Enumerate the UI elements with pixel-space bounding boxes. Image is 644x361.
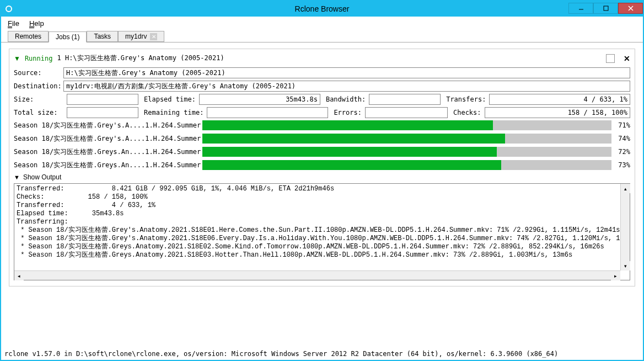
maximize-button[interactable]	[593, 3, 618, 14]
collapse-toggle[interactable]: ▼	[14, 55, 20, 62]
progress-bar	[202, 147, 611, 157]
output-area: Transferred: 8.421 GiB / 992.095 GiB, 1%…	[14, 183, 630, 280]
transfer-row: Season 18/实习医生格蕾.Greys.An....1.H.264.Sum…	[14, 147, 630, 157]
transfer-filename: Season 18/实习医生格蕾.Grey's.A....1.H.264.Sum…	[14, 121, 202, 130]
tab-my1drv[interactable]: my1drv ✕	[118, 31, 164, 42]
progress-bar	[202, 134, 611, 144]
tab-jobs[interactable]: Jobs (1)	[49, 31, 87, 43]
progress-percent: 73%	[615, 161, 630, 169]
transfer-filename: Season 18/实习医生格蕾.Greys.An....1.H.264.Sum…	[14, 147, 202, 157]
bandwidth-label: Bandwidth:	[326, 95, 366, 103]
totalsize-value[interactable]	[67, 107, 138, 118]
transfer-filename: Season 18/实习医生格蕾.Greys.An....1.H.264.Sum…	[14, 161, 202, 170]
transfers-value[interactable]	[489, 94, 630, 105]
job-panel: ▼ Running 1 H:\实习医生格蕾.Grey's Anatomy (20…	[9, 49, 635, 286]
tab-my1drv-label: my1drv	[125, 33, 147, 40]
transfer-row: Season 18/实习医生格蕾.Grey's.A....1.H.264.Sum…	[14, 134, 630, 144]
transfer-row: Season 18/实习医生格蕾.Grey's.A....1.H.264.Sum…	[14, 120, 630, 130]
output-text[interactable]: Transferred: 8.421 GiB / 992.095 GiB, 1%…	[14, 184, 620, 270]
checks-label: Checks:	[453, 109, 481, 116]
close-button[interactable]	[618, 3, 643, 14]
horizontal-scrollbar[interactable]: ◂ ▸	[14, 270, 620, 280]
progress-percent: 74%	[615, 135, 630, 142]
size-label: Size:	[14, 95, 63, 103]
progress-percent: 72%	[615, 148, 630, 156]
scroll-up-icon[interactable]: ▴	[621, 184, 630, 193]
progress-bar	[202, 120, 611, 130]
output-toggle[interactable]: ▼	[14, 174, 20, 180]
destination-label: Destination:	[14, 82, 63, 90]
destination-input[interactable]	[63, 81, 630, 92]
window-title: Rclone Browser	[295, 4, 350, 13]
elapsed-label: Elapsed time:	[144, 95, 196, 103]
svg-rect-2	[604, 6, 608, 10]
show-output-label: Show Output	[23, 173, 61, 181]
errors-value[interactable]	[365, 107, 448, 118]
job-title: 1 H:\实习医生格蕾.Grey's Anatomy (2005-2021)	[57, 54, 224, 63]
bandwidth-value[interactable]	[369, 94, 441, 105]
menu-help[interactable]: Help	[29, 19, 44, 28]
checks-value[interactable]	[485, 107, 630, 118]
vertical-scrollbar[interactable]: ▴ ▾	[620, 184, 630, 270]
remaining-value[interactable]	[207, 107, 328, 118]
size-value[interactable]	[67, 94, 138, 105]
scroll-right-icon[interactable]: ▸	[611, 271, 620, 280]
running-label: Running	[25, 55, 53, 62]
minimize-button[interactable]	[568, 3, 593, 14]
tab-remotes[interactable]: Remotes	[8, 31, 49, 42]
transfer-filename: Season 18/实习医生格蕾.Grey's.A....1.H.264.Sum…	[14, 134, 202, 144]
progress-bar	[202, 160, 611, 170]
progress-percent: 71%	[615, 121, 630, 129]
tab-close-icon[interactable]: ✕	[150, 33, 157, 40]
transfers-label: Transfers:	[446, 95, 486, 103]
document-icon[interactable]	[606, 54, 615, 63]
tab-tasks[interactable]: Tasks	[87, 31, 118, 42]
source-input[interactable]	[63, 67, 630, 78]
app-icon	[4, 4, 13, 13]
scroll-down-icon[interactable]: ▾	[621, 261, 630, 270]
menubar: File Help	[1, 17, 643, 30]
svg-point-0	[6, 6, 12, 12]
tab-bar: Remotes Jobs (1) Tasks my1drv ✕	[1, 31, 643, 43]
transfer-row: Season 18/实习医生格蕾.Greys.An....1.H.264.Sum…	[14, 160, 630, 170]
titlebar: Rclone Browser	[1, 1, 643, 17]
job-close-icon[interactable]: ✕	[624, 54, 630, 63]
statusbar: rclone v1.57.0 in D:\soft\rclone\rclone.…	[1, 349, 643, 360]
source-label: Source:	[14, 69, 63, 77]
scroll-left-icon[interactable]: ◂	[14, 271, 24, 280]
elapsed-value[interactable]	[199, 94, 320, 105]
errors-label: Errors:	[334, 109, 362, 116]
totalsize-label: Total size:	[14, 109, 63, 116]
window-controls	[568, 4, 643, 14]
remaining-label: Remaining time:	[144, 109, 203, 116]
menu-file[interactable]: File	[8, 19, 19, 28]
